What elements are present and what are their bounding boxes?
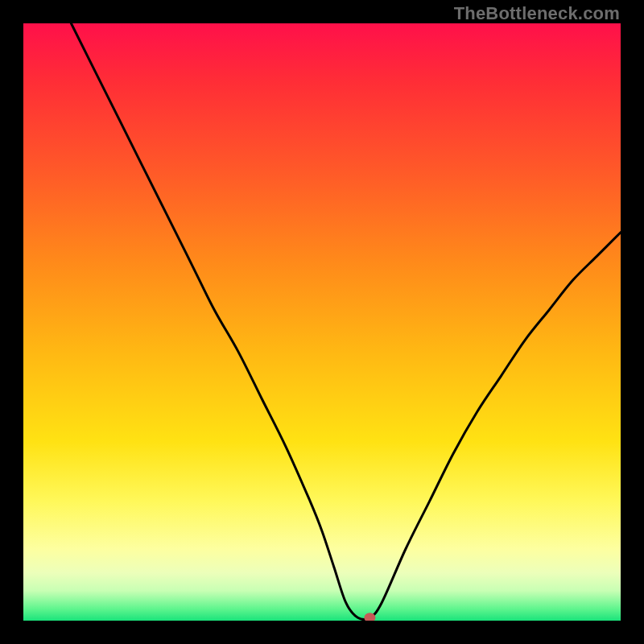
bottleneck-curve <box>71 23 621 620</box>
curve-svg <box>23 23 621 621</box>
plot-area <box>23 23 621 621</box>
watermark-text: TheBottleneck.com <box>454 3 620 24</box>
chart-frame: TheBottleneck.com <box>0 0 644 644</box>
